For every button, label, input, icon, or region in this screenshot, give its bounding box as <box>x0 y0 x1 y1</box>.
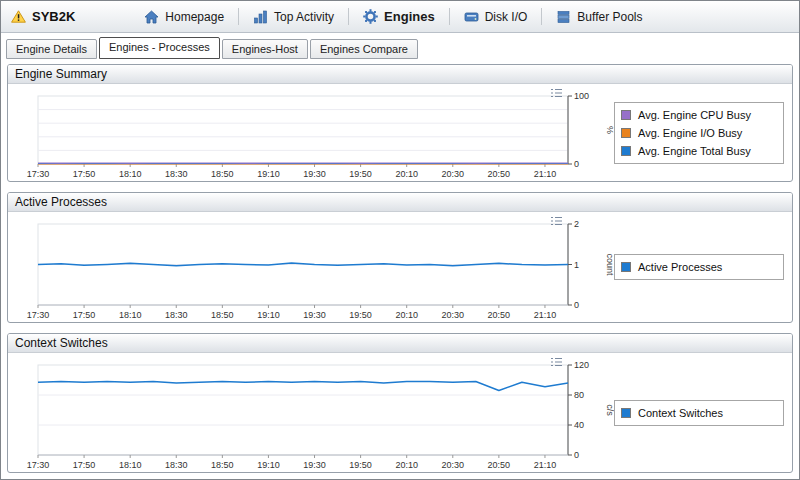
nav-separator <box>541 8 542 25</box>
nav-homepage[interactable]: Homepage <box>133 6 235 28</box>
svg-text:120: 120 <box>574 360 589 370</box>
engine-summary-chart: 010017:3017:5018:1018:3018:5019:1019:301… <box>8 84 614 181</box>
nav-label: Buffer Pools <box>577 10 642 24</box>
tab-engine-details[interactable]: Engine Details <box>6 39 97 59</box>
svg-text:21:10: 21:10 <box>534 169 557 179</box>
active-processes-chart: 01217:3017:5018:1018:3018:5019:1019:3019… <box>8 212 614 322</box>
svg-text:18:50: 18:50 <box>211 310 234 320</box>
chart-area: 01217:3017:5018:1018:3018:5019:1019:3019… <box>8 212 614 322</box>
nav-label: Disk I/O <box>485 10 528 24</box>
svg-text:0: 0 <box>574 159 579 169</box>
legend-column: Context Switches <box>614 353 792 472</box>
svg-text:17:30: 17:30 <box>27 310 50 320</box>
homepage-icon <box>144 10 159 24</box>
context-switches-panel: Context Switches 0408012017:3017:5018:10… <box>7 333 793 473</box>
svg-text:20:10: 20:10 <box>395 310 418 320</box>
legend-swatch <box>621 128 631 138</box>
legend-label: Context Switches <box>638 407 723 419</box>
svg-text:19:30: 19:30 <box>303 310 326 320</box>
engines-icon <box>363 9 378 24</box>
svg-text:17:50: 17:50 <box>73 310 96 320</box>
legend-label: Active Processes <box>638 261 722 273</box>
svg-text:c/s: c/s <box>605 404 614 416</box>
buffer-pools-icon <box>556 10 571 24</box>
svg-text:21:10: 21:10 <box>534 460 557 470</box>
panel-title: Engine Summary <box>8 65 792 84</box>
legend-item: Context Switches <box>621 404 777 422</box>
svg-text:count: count <box>605 253 614 276</box>
svg-text:21:10: 21:10 <box>534 310 557 320</box>
active-processes-panel: Active Processes 01217:3017:5018:1018:30… <box>7 192 793 323</box>
legend-item: Avg. Engine I/O Busy <box>621 124 777 142</box>
legend-swatch <box>621 110 631 120</box>
monitoring-window: SYB2K Homepage Top Activity Engine <box>0 0 800 480</box>
nav-separator <box>348 8 349 25</box>
svg-text:19:30: 19:30 <box>303 460 326 470</box>
svg-text:20:30: 20:30 <box>442 460 465 470</box>
svg-text:20:50: 20:50 <box>488 169 511 179</box>
legend-label: Avg. Engine CPU Busy <box>638 109 751 121</box>
legend-item: Active Processes <box>621 258 777 276</box>
context-switches-chart: 0408012017:3017:5018:1018:3018:5019:1019… <box>8 353 614 472</box>
legend-swatch <box>621 146 631 156</box>
svg-text:19:10: 19:10 <box>257 460 280 470</box>
chart-area: 0408012017:3017:5018:1018:3018:5019:1019… <box>8 353 614 472</box>
nav-disk-io[interactable]: Disk I/O <box>453 6 539 28</box>
svg-text:19:10: 19:10 <box>257 310 280 320</box>
svg-text:19:50: 19:50 <box>349 460 372 470</box>
legend-swatch <box>621 408 631 418</box>
tab-engines-host[interactable]: Engines-Host <box>222 39 308 59</box>
svg-text:40: 40 <box>574 420 584 430</box>
connection-title: SYB2K <box>32 9 75 24</box>
warning-icon <box>11 10 26 23</box>
svg-text:20:10: 20:10 <box>395 169 418 179</box>
legend-swatch <box>621 262 631 272</box>
svg-text:20:10: 20:10 <box>395 460 418 470</box>
svg-text:18:30: 18:30 <box>165 460 188 470</box>
legend: Context Switches <box>614 400 784 426</box>
svg-text:%: % <box>605 126 614 134</box>
tab-engines-processes[interactable]: Engines - Processes <box>99 37 220 59</box>
legend-column: Active Processes <box>614 212 792 322</box>
nav-engines[interactable]: Engines <box>352 5 446 28</box>
nav-top-activity[interactable]: Top Activity <box>242 6 345 28</box>
disk-io-icon <box>464 10 479 24</box>
nav-separator <box>449 8 450 25</box>
svg-text:20:50: 20:50 <box>488 460 511 470</box>
svg-text:1: 1 <box>574 260 579 270</box>
legend-label: Avg. Engine Total Busy <box>638 145 751 157</box>
nav-label: Homepage <box>165 10 224 24</box>
svg-text:18:10: 18:10 <box>119 310 142 320</box>
nav-label: Top Activity <box>274 10 334 24</box>
tab-engines-compare[interactable]: Engines Compare <box>310 39 418 59</box>
nav-buffer-pools[interactable]: Buffer Pools <box>545 6 653 28</box>
top-activity-icon <box>253 10 268 24</box>
nav-separator <box>238 8 239 25</box>
legend: Active Processes <box>614 254 784 280</box>
svg-text:18:50: 18:50 <box>211 169 234 179</box>
legend-label: Avg. Engine I/O Busy <box>638 127 742 139</box>
svg-text:0: 0 <box>574 450 579 460</box>
legend-item: Avg. Engine Total Busy <box>621 142 777 160</box>
chart-menu-icon[interactable] <box>550 85 564 98</box>
chart-menu-icon[interactable] <box>550 213 564 226</box>
nav-label: Engines <box>384 9 435 24</box>
svg-text:19:30: 19:30 <box>303 169 326 179</box>
svg-text:19:50: 19:50 <box>349 310 372 320</box>
svg-text:100: 100 <box>574 91 589 101</box>
svg-text:17:30: 17:30 <box>27 169 50 179</box>
chart-area: 010017:3017:5018:1018:3018:5019:1019:301… <box>8 84 614 181</box>
svg-text:19:50: 19:50 <box>349 169 372 179</box>
svg-text:20:30: 20:30 <box>442 310 465 320</box>
panels-container: Engine Summary 010017:3017:5018:1018:301… <box>1 59 799 479</box>
svg-text:17:30: 17:30 <box>27 460 50 470</box>
svg-text:18:10: 18:10 <box>119 460 142 470</box>
legend-item: Avg. Engine CPU Busy <box>621 106 777 124</box>
chart-menu-icon[interactable] <box>550 354 564 367</box>
panel-title: Active Processes <box>8 193 792 212</box>
panel-title: Context Switches <box>8 334 792 353</box>
svg-text:20:50: 20:50 <box>488 310 511 320</box>
svg-text:2: 2 <box>574 219 579 229</box>
legend-column: Avg. Engine CPU BusyAvg. Engine I/O Busy… <box>614 84 792 181</box>
svg-text:18:30: 18:30 <box>165 310 188 320</box>
